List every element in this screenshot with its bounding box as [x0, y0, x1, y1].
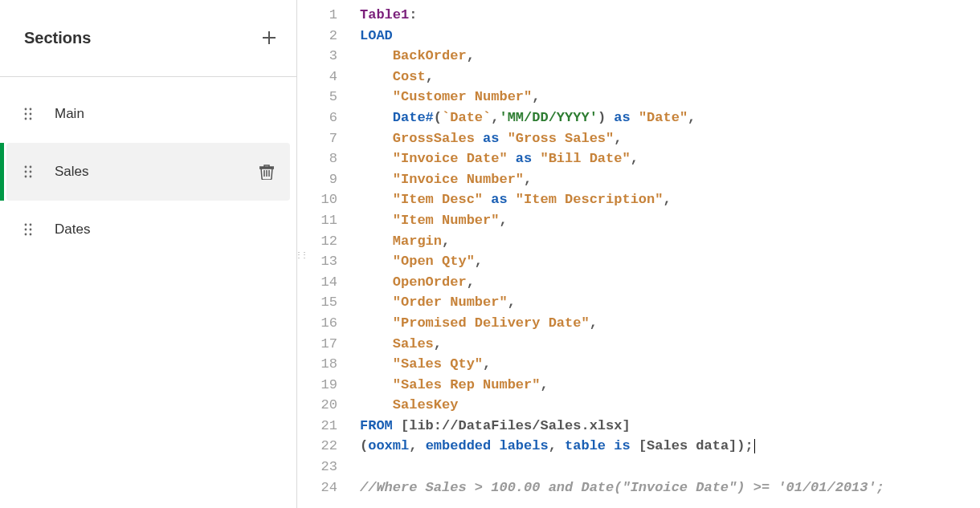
- token: "Invoice Number": [393, 172, 524, 187]
- code-line[interactable]: "Sales Rep Number",: [360, 375, 980, 396]
- token: [360, 295, 393, 310]
- line-number: 9: [304, 169, 349, 190]
- token: [606, 110, 614, 125]
- code-line[interactable]: Sales,: [360, 334, 980, 355]
- code-line[interactable]: [360, 457, 980, 478]
- sidebar-header: Sections: [0, 0, 296, 77]
- token: ,: [688, 110, 696, 125]
- token: ,: [491, 110, 499, 125]
- drag-handle-icon[interactable]: [24, 165, 35, 178]
- code-line[interactable]: (ooxml, embedded labels, table is [Sales…: [360, 436, 980, 457]
- token: [483, 192, 491, 207]
- line-number: 1: [304, 5, 349, 26]
- code-line[interactable]: "Item Desc" as "Item Description",: [360, 189, 980, 210]
- code-line[interactable]: "Invoice Date" as "Bill Date",: [360, 148, 980, 169]
- drag-handle-icon[interactable]: [24, 108, 35, 120]
- token: "Sales Rep Number": [393, 377, 541, 392]
- token: [360, 172, 393, 187]
- code-line[interactable]: //Where Sales > 100.00 and Date("Invoice…: [360, 478, 980, 498]
- delete-section-button[interactable]: [259, 164, 274, 180]
- code-line[interactable]: "Invoice Number",: [360, 169, 980, 190]
- token: as: [614, 110, 630, 125]
- token: ,: [467, 48, 475, 63]
- code-line[interactable]: OpenOrder,: [360, 272, 980, 293]
- token: ,: [540, 377, 548, 392]
- token: Cost: [393, 69, 426, 84]
- splitter-handle[interactable]: [297, 0, 304, 508]
- line-number: 5: [304, 87, 349, 108]
- token: ,: [614, 131, 622, 146]
- drag-handle-icon[interactable]: [24, 223, 35, 236]
- code-line[interactable]: "Customer Number",: [360, 87, 980, 108]
- svg-point-10: [25, 176, 27, 178]
- token: "Sales Qty": [393, 356, 483, 372]
- plus-icon: [261, 30, 277, 46]
- code-line[interactable]: "Promised Delivery Date",: [360, 313, 980, 334]
- section-item-dates[interactable]: Dates: [6, 201, 290, 258]
- line-number: 3: [304, 46, 349, 67]
- section-label: Sales: [55, 164, 259, 180]
- token: [360, 69, 393, 84]
- code-line[interactable]: Cost,: [360, 67, 980, 87]
- token: ): [598, 110, 606, 125]
- code-line[interactable]: "Item Number",: [360, 210, 980, 231]
- token: [360, 397, 393, 412]
- sections-sidebar: Sections MainSalesDates: [0, 0, 297, 508]
- token: "Invoice Date": [393, 151, 508, 166]
- token: [360, 356, 393, 372]
- token: ,: [483, 356, 491, 372]
- token: [532, 151, 540, 166]
- token: [360, 274, 393, 290]
- line-number: 11: [304, 210, 349, 231]
- svg-point-9: [30, 171, 32, 173]
- svg-point-8: [25, 171, 27, 173]
- section-item-sales[interactable]: Sales: [6, 143, 290, 201]
- token: [360, 131, 393, 146]
- section-item-main[interactable]: Main: [6, 85, 290, 143]
- code-line[interactable]: Date#(`Date`,'MM/DD/YYYY') as "Date",: [360, 108, 980, 128]
- svg-point-12: [25, 224, 27, 226]
- token: "Item Number": [393, 213, 500, 228]
- line-number: 2: [304, 26, 349, 47]
- token: [360, 234, 393, 249]
- code-line[interactable]: GrossSales as "Gross Sales",: [360, 128, 980, 149]
- code-line[interactable]: Table1:: [360, 5, 980, 26]
- svg-point-11: [30, 176, 32, 178]
- script-editor[interactable]: 123456789101112131415161718192021222324 …: [304, 0, 980, 508]
- app-root: Sections MainSalesDates 1234567891011121…: [0, 0, 980, 508]
- code-line[interactable]: "Sales Qty",: [360, 354, 980, 375]
- token: ,: [524, 172, 532, 187]
- line-number: 12: [304, 231, 349, 252]
- token: [631, 438, 639, 453]
- code-line[interactable]: "Open Qty",: [360, 251, 980, 272]
- code-line[interactable]: "Order Number",: [360, 292, 980, 313]
- token: [360, 254, 393, 269]
- code-line[interactable]: FROM [lib://DataFiles/Sales.xlsx]: [360, 416, 980, 437]
- svg-point-16: [25, 234, 27, 236]
- token: as: [483, 131, 499, 146]
- code-line[interactable]: SalesKey: [360, 395, 980, 416]
- line-gutter: 123456789101112131415161718192021222324: [304, 0, 349, 508]
- token: ,: [549, 438, 565, 453]
- svg-point-7: [30, 166, 32, 169]
- line-number: 21: [304, 416, 349, 437]
- token: ,: [467, 274, 475, 290]
- code-line[interactable]: LOAD: [360, 26, 980, 47]
- token: ,: [499, 213, 507, 228]
- token: Margin: [393, 234, 442, 249]
- token: ooxml: [368, 438, 409, 453]
- code-area[interactable]: Table1:LOAD BackOrder, Cost, "Customer N…: [349, 0, 980, 508]
- token: as: [491, 192, 507, 207]
- line-number: 14: [304, 272, 349, 293]
- code-line[interactable]: Margin,: [360, 231, 980, 252]
- token: ,: [475, 254, 483, 269]
- token: ,: [409, 438, 425, 453]
- trash-icon: [259, 164, 274, 180]
- token: [508, 151, 516, 166]
- svg-point-1: [30, 108, 32, 111]
- token: ,: [426, 69, 434, 84]
- add-section-button[interactable]: [261, 28, 277, 49]
- line-number: 15: [304, 292, 349, 313]
- code-line[interactable]: BackOrder,: [360, 46, 980, 67]
- sidebar-title: Sections: [24, 29, 91, 47]
